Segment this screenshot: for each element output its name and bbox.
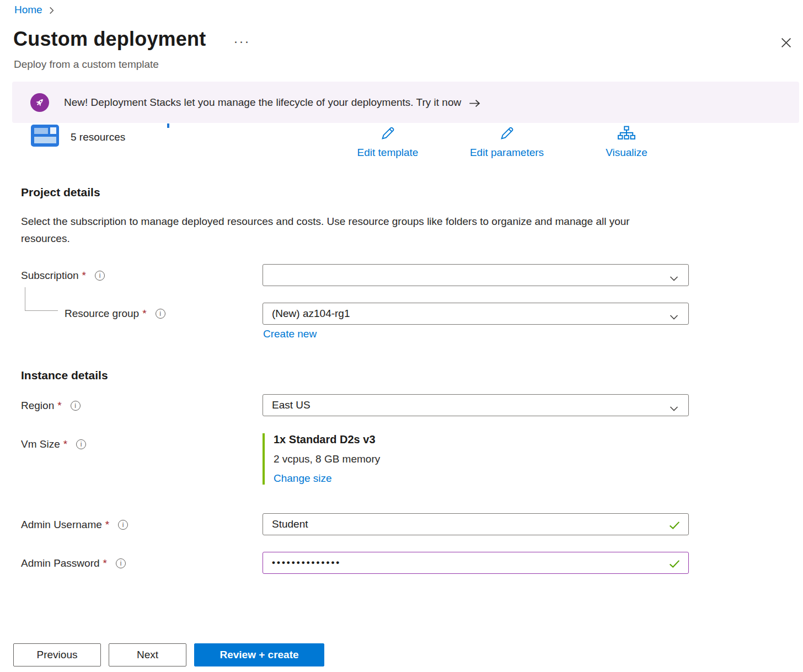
custom-deployment-page: Home Custom deployment ··· Deploy from a… bbox=[0, 0, 803, 672]
resource-group-label: Resource group * bbox=[65, 308, 165, 320]
close-icon[interactable] bbox=[778, 34, 794, 51]
admin-password-input[interactable] bbox=[272, 557, 679, 568]
page-subtitle: Deploy from a custom template bbox=[14, 58, 159, 71]
next-button[interactable]: Next bbox=[109, 643, 186, 666]
template-summary: 5 resources bbox=[30, 125, 125, 149]
pencil-icon bbox=[379, 125, 397, 144]
subscription-dropdown[interactable] bbox=[263, 264, 689, 286]
info-icon[interactable] bbox=[118, 520, 128, 530]
footer-actions: Previous Next Review + create bbox=[13, 643, 324, 666]
edit-parameters-label: Edit parameters bbox=[470, 147, 544, 159]
project-details-description: Select the subscription to manage deploy… bbox=[21, 213, 658, 247]
region-value: East US bbox=[272, 399, 311, 411]
vm-size-specs: 2 vcpus, 8 GB memory bbox=[274, 453, 380, 465]
header: Custom deployment ··· bbox=[13, 28, 250, 51]
required-asterisk: * bbox=[103, 557, 107, 569]
field-connector-line bbox=[25, 287, 58, 311]
edit-template-label: Edit template bbox=[357, 147, 419, 159]
edit-template-button[interactable]: Edit template bbox=[350, 125, 425, 159]
rocket-icon bbox=[30, 93, 49, 112]
admin-username-fieldwrap bbox=[263, 513, 689, 535]
admin-username-label: Admin Username * bbox=[21, 519, 128, 531]
visualize-label: Visualize bbox=[606, 147, 647, 159]
resource-group-dropdown[interactable]: (New) az104-rg1 bbox=[263, 303, 689, 325]
chevron-down-icon bbox=[670, 272, 678, 284]
change-size-link[interactable]: Change size bbox=[274, 472, 332, 484]
instance-details-heading: Instance details bbox=[21, 369, 108, 382]
admin-username-input[interactable] bbox=[272, 518, 679, 530]
previous-button[interactable]: Previous bbox=[13, 643, 101, 666]
info-icon[interactable] bbox=[76, 439, 86, 449]
arrow-right-icon bbox=[469, 99, 481, 107]
admin-password-label: Admin Password * bbox=[21, 557, 126, 569]
template-icon bbox=[30, 125, 60, 149]
edit-parameters-button[interactable]: Edit parameters bbox=[463, 125, 550, 159]
page-title: Custom deployment bbox=[13, 28, 206, 51]
breadcrumb-home-link[interactable]: Home bbox=[14, 4, 42, 16]
cropped-element-fragment bbox=[167, 123, 169, 128]
banner-text: New! Deployment Stacks let you manage th… bbox=[64, 96, 461, 109]
admin-password-fieldwrap bbox=[263, 552, 689, 574]
subscription-label: Subscription * bbox=[21, 270, 105, 282]
breadcrumb: Home bbox=[14, 4, 54, 16]
required-asterisk: * bbox=[142, 308, 146, 320]
resources-count: 5 resources bbox=[71, 131, 125, 143]
required-asterisk: * bbox=[105, 519, 109, 531]
chevron-right-icon bbox=[49, 7, 54, 14]
region-dropdown[interactable]: East US bbox=[263, 394, 689, 416]
vm-size-summary: 1x Standard D2s v3 2 vcpus, 8 GB memory … bbox=[263, 433, 380, 485]
chevron-down-icon bbox=[670, 402, 678, 415]
review-create-button[interactable]: Review + create bbox=[194, 643, 324, 666]
required-asterisk: * bbox=[57, 400, 61, 412]
pencil-icon bbox=[498, 125, 516, 144]
deployment-stacks-banner[interactable]: New! Deployment Stacks let you manage th… bbox=[12, 82, 799, 123]
vm-size-name: 1x Standard D2s v3 bbox=[274, 433, 380, 446]
create-new-link[interactable]: Create new bbox=[263, 328, 317, 340]
info-icon[interactable] bbox=[71, 401, 81, 411]
info-icon[interactable] bbox=[156, 309, 165, 319]
valid-check-icon bbox=[669, 559, 680, 571]
more-options-ellipsis[interactable]: ··· bbox=[233, 34, 250, 49]
project-details-heading: Project details bbox=[21, 186, 100, 199]
chevron-down-icon bbox=[670, 311, 678, 323]
info-icon[interactable] bbox=[95, 271, 105, 281]
required-asterisk: * bbox=[63, 438, 67, 450]
org-chart-icon bbox=[617, 125, 636, 144]
region-label: Region * bbox=[21, 400, 81, 412]
vm-size-label: Vm Size * bbox=[21, 438, 86, 450]
visualize-button[interactable]: Visualize bbox=[602, 125, 651, 159]
info-icon[interactable] bbox=[116, 558, 126, 568]
valid-check-icon bbox=[669, 520, 680, 533]
required-asterisk: * bbox=[82, 270, 86, 282]
resource-group-value: (New) az104-rg1 bbox=[272, 308, 350, 320]
